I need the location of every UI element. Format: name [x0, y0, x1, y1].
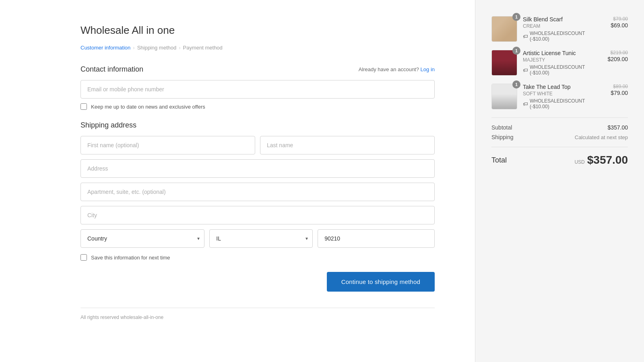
item-2-img-bg	[492, 50, 517, 75]
item-3-price-current: $79.00	[611, 90, 628, 96]
breadcrumb-payment: Payment method	[183, 45, 223, 51]
item-2-price: $219.00 $209.00	[607, 50, 628, 63]
item-1-discount: 🏷 WHOLESALEDISCOUNT (-$10.00)	[523, 31, 605, 42]
discount-icon-3: 🏷	[523, 101, 528, 107]
login-prompt: Already have an account? Log in	[359, 66, 435, 72]
continue-button[interactable]: Continue to shipping method	[327, 272, 435, 292]
shipping-row: Shipping Calculated at next step	[491, 134, 628, 140]
item-1-name: Silk Blend Scarf	[523, 16, 605, 23]
total-currency: USD	[574, 159, 584, 165]
item-2-price-current: $209.00	[607, 56, 628, 62]
breadcrumb-customer-info[interactable]: Customer information	[80, 45, 130, 51]
save-info-group: Save this information for next time	[80, 254, 435, 261]
address-form-group	[80, 159, 435, 178]
item-3-image-wrapper: 1	[491, 84, 517, 109]
item-2-image-wrapper: 1	[491, 50, 517, 76]
item-3-discount-text: WHOLESALEDISCOUNT (-$10.00)	[530, 98, 605, 109]
order-item-3: 1 Take The Lead Top SOFT WHITE 🏷 WHOLESA…	[491, 84, 628, 109]
item-1-image	[491, 16, 517, 42]
apartment-form-group	[80, 183, 435, 201]
city-state-zip-row: Country United States Canada ▾ IL CA NY …	[80, 229, 435, 248]
order-item-1: 1 Silk Blend Scarf CREAM 🏷 WHOLESALEDISC…	[491, 16, 628, 42]
save-info-label[interactable]: Save this information for next time	[91, 255, 170, 261]
name-row	[80, 136, 435, 154]
city-input[interactable]	[80, 206, 435, 224]
first-name-input[interactable]	[80, 136, 255, 154]
item-1-discount-text: WHOLESALEDISCOUNT (-$10.00)	[530, 31, 605, 42]
item-3-img-bg	[492, 84, 517, 109]
item-3-badge: 1	[512, 80, 520, 88]
subtotal-label: Subtotal	[491, 124, 512, 131]
total-price: $357.00	[587, 154, 628, 167]
total-divider	[491, 147, 628, 147]
item-2-discount-text: WHOLESALEDISCOUNT (-$10.00)	[530, 64, 602, 76]
right-panel: 1 Silk Blend Scarf CREAM 🏷 WHOLESALEDISC…	[475, 0, 644, 362]
item-3-image	[491, 84, 517, 109]
continue-btn-row: Continue to shipping method	[80, 272, 435, 292]
newsletter-label[interactable]: Keep me up to date on news and exclusive…	[91, 104, 205, 110]
login-prompt-text: Already have an account?	[359, 66, 419, 72]
item-2-name: Artistic License Tunic	[523, 50, 602, 56]
order-divider	[491, 117, 628, 118]
item-3-details: Take The Lead Top SOFT WHITE 🏷 WHOLESALE…	[523, 84, 605, 109]
last-name-input[interactable]	[260, 136, 435, 154]
city-form-group	[80, 206, 435, 224]
country-select-wrapper: Country United States Canada ▾	[80, 229, 204, 248]
item-1-badge: 1	[512, 13, 520, 21]
shipping-value: Calculated at next step	[575, 134, 628, 140]
country-select[interactable]: Country United States Canada	[80, 229, 204, 248]
store-title: Wholesale All in one	[80, 24, 435, 37]
zip-input[interactable]	[318, 229, 435, 248]
total-price-group: USD $357.00	[574, 154, 628, 167]
email-form-group	[80, 80, 435, 99]
item-1-variant: CREAM	[523, 23, 605, 29]
item-3-name: Take The Lead Top	[523, 84, 605, 90]
state-select[interactable]: IL CA NY TX	[209, 229, 313, 248]
item-2-details: Artistic License Tunic MAJESTY 🏷 WHOLESA…	[523, 50, 602, 76]
item-1-price: $79.00 $69.00	[611, 16, 628, 29]
discount-icon-1: 🏷	[523, 33, 528, 39]
breadcrumb-shipping: Shipping method	[137, 45, 177, 51]
login-link[interactable]: Log in	[421, 66, 435, 72]
subtotal-row: Subtotal $357.00	[491, 124, 628, 131]
shipping-section-title: Shipping address	[80, 121, 435, 130]
apartment-input[interactable]	[80, 183, 435, 201]
shipping-label: Shipping	[491, 134, 514, 140]
breadcrumb-sep-2: ›	[179, 45, 180, 51]
footer-text: All rights reserved wholesale-all-in-one	[80, 308, 435, 320]
item-1-price-original: $79.00	[611, 16, 628, 22]
item-3-price: $89.00 $79.00	[611, 84, 628, 97]
save-info-checkbox[interactable]	[80, 254, 87, 261]
item-2-price-original: $219.00	[607, 50, 628, 56]
contact-section-header: Contact information Already have an acco…	[80, 65, 435, 74]
item-3-price-original: $89.00	[611, 84, 628, 89]
breadcrumb-sep-1: ›	[133, 45, 134, 51]
item-2-badge: 1	[512, 47, 520, 55]
total-label: Total	[491, 156, 507, 165]
item-3-variant: SOFT WHITE	[523, 91, 605, 97]
item-1-details: Silk Blend Scarf CREAM 🏷 WHOLESALEDISCOU…	[523, 16, 605, 42]
item-2-variant: MAJESTY	[523, 57, 602, 63]
item-3-discount: 🏷 WHOLESALEDISCOUNT (-$10.00)	[523, 98, 605, 109]
newsletter-checkbox[interactable]	[80, 103, 87, 110]
discount-icon-2: 🏷	[523, 67, 528, 73]
item-1-price-current: $69.00	[611, 22, 628, 29]
subtotal-value: $357.00	[607, 124, 628, 131]
state-select-wrapper: IL CA NY TX ▾	[209, 229, 313, 248]
newsletter-group: Keep me up to date on news and exclusive…	[80, 103, 435, 110]
item-2-image	[491, 50, 517, 76]
total-row: Total USD $357.00	[491, 154, 628, 167]
contact-section-title: Contact information	[80, 65, 143, 74]
address-input[interactable]	[80, 159, 435, 178]
item-1-img-bg	[492, 16, 517, 41]
email-input[interactable]	[80, 80, 435, 99]
left-panel: Wholesale All in one Customer informatio…	[0, 0, 475, 362]
item-1-image-wrapper: 1	[491, 16, 517, 42]
item-2-discount: 🏷 WHOLESALEDISCOUNT (-$10.00)	[523, 64, 602, 76]
breadcrumb: Customer information › Shipping method ›…	[80, 45, 435, 51]
order-item-2: 1 Artistic License Tunic MAJESTY 🏷 WHOLE…	[491, 50, 628, 76]
